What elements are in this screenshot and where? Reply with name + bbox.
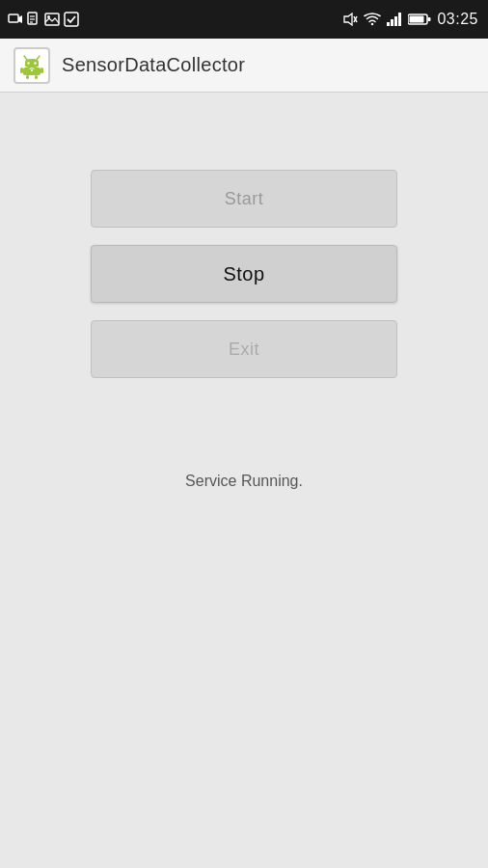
status-bar: 03:25 [0, 0, 488, 39]
service-status: Service Running. [185, 473, 303, 490]
wifi-icon [364, 13, 381, 26]
start-button[interactable]: Start [91, 170, 397, 228]
svg-rect-18 [428, 17, 431, 21]
svg-rect-24 [20, 68, 23, 73]
svg-rect-27 [35, 75, 38, 79]
svg-rect-26 [26, 75, 29, 79]
android-icon [18, 52, 45, 79]
app-icon [14, 47, 50, 84]
status-bar-right: 03:25 [342, 11, 478, 28]
exit-button[interactable]: Exit [91, 320, 397, 378]
svg-point-7 [47, 15, 50, 18]
signal-icon [387, 13, 402, 26]
checkbox-icon [64, 12, 79, 27]
svg-rect-15 [398, 13, 401, 26]
svg-rect-17 [410, 16, 424, 23]
svg-rect-8 [65, 13, 78, 26]
svg-marker-9 [344, 14, 352, 25]
svg-rect-12 [387, 22, 390, 26]
svg-rect-14 [394, 16, 397, 26]
status-time: 03:25 [437, 11, 478, 28]
stop-button[interactable]: Stop [91, 245, 397, 303]
notification1-icon [8, 12, 23, 27]
svg-rect-25 [41, 68, 43, 73]
app-bar: SensorDataCollector [0, 39, 488, 93]
svg-rect-0 [9, 14, 18, 22]
svg-point-28 [31, 69, 33, 71]
mute-icon [342, 12, 358, 27]
svg-line-19 [24, 56, 27, 60]
svg-line-20 [37, 56, 40, 60]
battery-icon [408, 13, 431, 26]
svg-rect-13 [391, 19, 393, 26]
app-title: SensorDataCollector [62, 54, 245, 76]
svg-rect-6 [45, 14, 59, 25]
main-content: Start Stop Exit Service Running. [0, 93, 488, 868]
svg-point-21 [27, 62, 29, 64]
svg-point-22 [34, 62, 36, 64]
image-icon [44, 13, 60, 26]
document-icon [27, 12, 41, 27]
status-bar-left [8, 12, 79, 27]
